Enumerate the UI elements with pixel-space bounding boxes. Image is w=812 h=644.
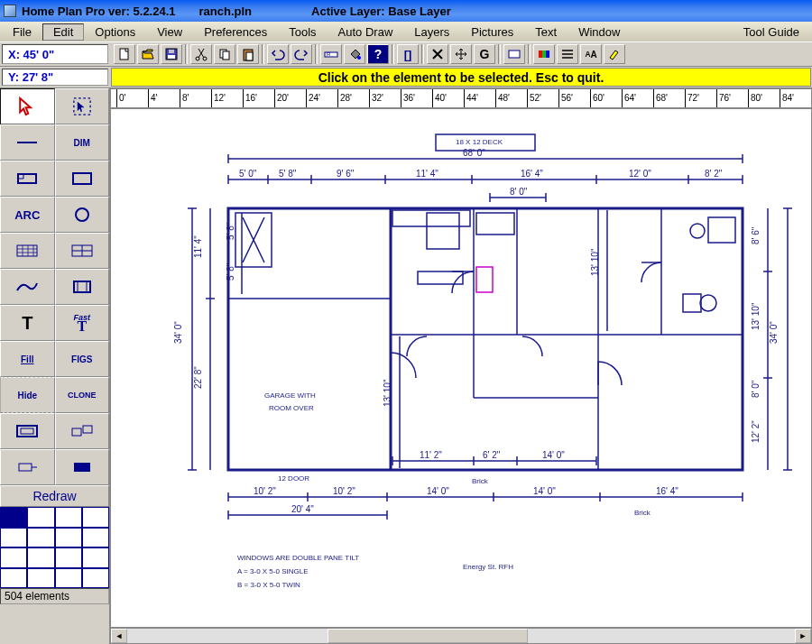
color-1[interactable] — [27, 507, 54, 528]
svg-point-12 — [357, 56, 361, 60]
ruler-tick: 76' — [716, 89, 731, 107]
bucket-icon[interactable] — [344, 44, 365, 64]
group-tool[interactable] — [55, 413, 110, 449]
pattern-tool[interactable] — [0, 233, 55, 269]
highlight-icon[interactable] — [604, 44, 625, 64]
menu-pictures[interactable]: Pictures — [460, 23, 524, 41]
redo-icon[interactable] — [291, 44, 312, 64]
color-9[interactable] — [27, 547, 54, 568]
svg-text:12' 2": 12' 2" — [751, 420, 761, 443]
paste-icon[interactable] — [237, 44, 259, 64]
menu-toolguide[interactable]: Tool Guide — [733, 23, 810, 41]
svg-rect-28 — [72, 428, 81, 436]
color-14[interactable] — [55, 568, 82, 589]
color-7[interactable] — [82, 528, 109, 548]
scroll-left-icon[interactable]: ◄ — [111, 629, 127, 643]
menu-text[interactable]: Text — [524, 23, 567, 41]
color-2[interactable] — [55, 507, 82, 528]
color-11[interactable] — [82, 547, 109, 568]
hollow-rect-tool[interactable] — [0, 413, 55, 449]
scroll-thumb[interactable] — [328, 629, 528, 643]
color-swatch-icon[interactable] — [533, 44, 555, 64]
svg-text:6' 2": 6' 2" — [483, 450, 501, 460]
svg-rect-77 — [427, 213, 459, 249]
marquee-tool[interactable] — [55, 88, 110, 124]
solid-tool[interactable] — [55, 449, 110, 485]
color-15[interactable] — [82, 568, 109, 589]
color-3[interactable] — [82, 507, 109, 528]
cut-icon[interactable] — [190, 44, 212, 64]
color-5[interactable] — [27, 528, 54, 548]
app-icon — [4, 5, 16, 17]
dim-tool[interactable]: DIM — [55, 124, 110, 161]
svg-text:18 X 12 DECK: 18 X 12 DECK — [456, 138, 503, 146]
color-4[interactable] — [0, 528, 27, 548]
tool-palette: DIM ARC T FastT Fill FIGS Hide CLONE Red… — [0, 88, 110, 644]
undo-icon[interactable] — [267, 44, 289, 64]
color-12[interactable] — [0, 568, 27, 589]
scroll-track[interactable] — [127, 629, 795, 643]
color-13[interactable] — [27, 568, 54, 589]
font-icon[interactable]: AA — [580, 44, 602, 64]
pan-icon[interactable] — [450, 44, 472, 64]
svg-text:12 DOOR: 12 DOOR — [278, 474, 309, 483]
rotate-icon[interactable]: G — [474, 44, 495, 64]
hide-tool[interactable]: Hide — [0, 377, 55, 413]
figs-tool[interactable]: FIGS — [55, 341, 110, 377]
menu-autodraw[interactable]: Auto Draw — [328, 23, 404, 41]
menu-window[interactable]: Window — [567, 23, 631, 41]
color-6[interactable] — [55, 528, 82, 548]
ruler-tick: 12' — [211, 89, 226, 107]
ruler-tick: 40' — [432, 89, 447, 107]
grid-tool[interactable] — [55, 233, 110, 269]
copy-icon[interactable] — [214, 44, 235, 64]
rect-tool[interactable] — [0, 161, 55, 197]
fasttext-tool[interactable]: FastT — [55, 305, 110, 341]
menu-tools[interactable]: Tools — [278, 23, 327, 41]
bold-icon[interactable]: [] — [397, 44, 419, 64]
svg-text:14' 0": 14' 0" — [542, 450, 565, 460]
color-8[interactable] — [0, 547, 27, 568]
menu-view[interactable]: View — [146, 23, 193, 41]
menu-layers[interactable]: Layers — [403, 23, 460, 41]
svg-text:GARAGE WITH: GARAGE WITH — [264, 391, 316, 400]
flag-tool[interactable] — [0, 449, 55, 485]
color-10[interactable] — [55, 547, 82, 568]
second-row: Y: 27' 8" Click on the element to be sel… — [0, 67, 812, 88]
svg-rect-81 — [476, 267, 493, 292]
ruler-icon[interactable]: R — [320, 44, 342, 64]
hollow-tool[interactable] — [55, 161, 110, 197]
svg-text:16' 4": 16' 4" — [656, 486, 678, 496]
scroll-right-icon[interactable]: ► — [795, 629, 811, 643]
svg-text:5' 8": 5' 8" — [226, 262, 235, 281]
delete-icon[interactable] — [427, 44, 448, 64]
canvas-area: 0'4'8'12'16'20'24'28'32'36'40'44'48'52'5… — [110, 88, 812, 644]
ruler-tick: 24' — [306, 89, 320, 107]
svg-text:A = 3-0 X 5-0 SINGLE: A = 3-0 X 5-0 SINGLE — [237, 567, 308, 575]
horizontal-scrollbar[interactable]: ◄ ► — [110, 628, 812, 644]
info-icon[interactable] — [503, 44, 525, 64]
color-0[interactable] — [0, 507, 27, 528]
fill-tool[interactable]: Fill — [0, 341, 55, 377]
menu-edit[interactable]: Edit — [42, 23, 84, 41]
curve-tool[interactable] — [0, 269, 55, 305]
drawing-canvas[interactable]: 68' 0" 18 X 12 DECK 5' 0" 5' 8" 9' 6" 11… — [110, 108, 812, 628]
circle-tool[interactable] — [55, 197, 110, 233]
door-tool[interactable] — [55, 269, 110, 305]
svg-rect-7 — [223, 51, 229, 60]
text-tool[interactable]: T — [0, 305, 55, 341]
new-file-icon[interactable] — [114, 44, 135, 64]
line-tool[interactable] — [0, 124, 55, 161]
arc-tool[interactable]: ARC — [0, 197, 55, 233]
lines-icon[interactable] — [557, 44, 578, 64]
menu-options[interactable]: Options — [84, 23, 146, 41]
menu-preferences[interactable]: Preferences — [193, 23, 278, 41]
open-file-icon[interactable] — [137, 44, 159, 64]
save-icon[interactable] — [161, 44, 182, 64]
redraw-button[interactable]: Redraw — [0, 485, 109, 507]
help-icon[interactable]: ? — [367, 44, 389, 64]
svg-text:34' 0": 34' 0" — [769, 321, 779, 344]
clone-tool[interactable]: CLONE — [55, 377, 110, 413]
menu-file[interactable]: File — [2, 23, 42, 41]
pointer-tool[interactable] — [0, 88, 55, 124]
